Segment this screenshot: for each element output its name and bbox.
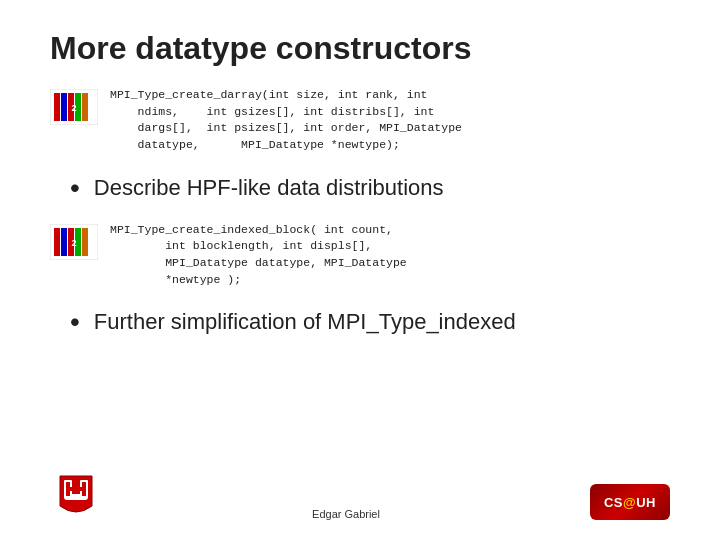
bullet-text-2: • Further simplification of MPI_Type_ind… bbox=[70, 308, 516, 336]
code-row-2: 2 MPI_Type_create_indexed_block( int cou… bbox=[50, 222, 670, 289]
mpi-logo-1: 2 bbox=[50, 89, 98, 125]
csuh-at: @ bbox=[623, 495, 636, 510]
bullet-text-1: • Describe HPF-like data distributions bbox=[70, 174, 444, 202]
svg-rect-12 bbox=[82, 228, 88, 256]
bullet-row-2: • Further simplification of MPI_Type_ind… bbox=[50, 308, 670, 336]
mpi-logo-2: 2 bbox=[50, 224, 98, 260]
bullet-dot-1: • bbox=[70, 174, 80, 202]
bullet-dot-2: • bbox=[70, 308, 80, 336]
footer-author: Edgar Gabriel bbox=[102, 508, 590, 520]
svg-rect-9 bbox=[61, 228, 67, 256]
slide-footer: Edgar Gabriel CS@UH bbox=[50, 458, 670, 520]
svg-rect-8 bbox=[54, 228, 60, 256]
svg-text:2: 2 bbox=[71, 103, 76, 113]
slide-content: 2 MPI_Type_create_darray(int size, int r… bbox=[50, 87, 670, 458]
svg-rect-1 bbox=[54, 93, 60, 121]
code-text-1: MPI_Type_create_darray(int size, int ran… bbox=[110, 87, 462, 154]
code-row-1: 2 MPI_Type_create_darray(int size, int r… bbox=[50, 87, 670, 154]
csuh-uh: UH bbox=[636, 495, 656, 510]
svg-rect-2 bbox=[61, 93, 67, 121]
slide: More datatype constructors 2 MPI_Type_cr… bbox=[0, 0, 720, 540]
svg-rect-20 bbox=[66, 487, 86, 491]
slide-title: More datatype constructors bbox=[50, 30, 670, 67]
uh-logo bbox=[50, 468, 102, 520]
svg-rect-5 bbox=[82, 93, 88, 121]
csuh-text: CS bbox=[604, 495, 623, 510]
csuh-badge: CS@UH bbox=[590, 484, 670, 520]
bullet-row-1: • Describe HPF-like data distributions bbox=[50, 174, 670, 202]
code-text-2: MPI_Type_create_indexed_block( int count… bbox=[110, 222, 407, 289]
svg-text:2: 2 bbox=[71, 238, 76, 248]
